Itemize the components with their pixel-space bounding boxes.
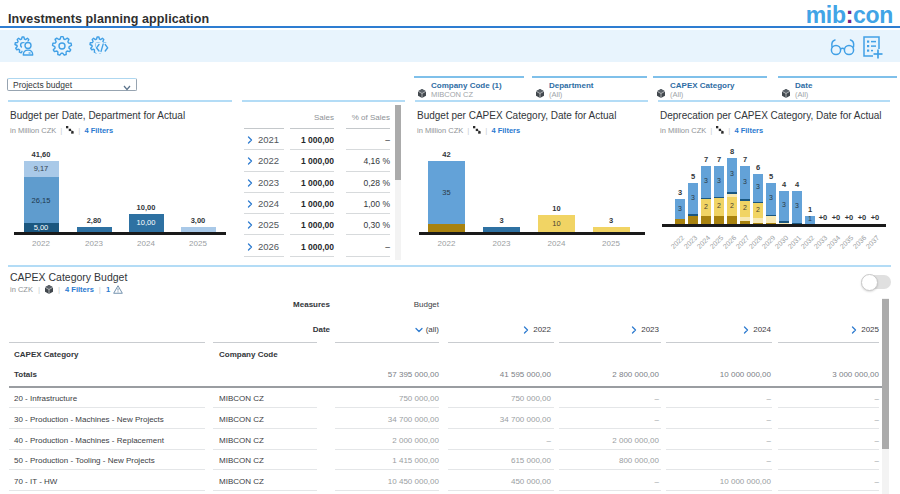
table-row[interactable]: 50 - Production - Tooling - New Projects…	[8, 449, 891, 470]
bar-segment[interactable]: 9,17	[24, 161, 59, 177]
bar-segment[interactable]	[779, 223, 789, 224]
sales-table-row[interactable]: 20221 000,004,16 %	[242, 150, 402, 171]
chevron-right-icon[interactable]	[246, 243, 254, 251]
sales-table-row[interactable]: 20251 000,000,30 %	[242, 214, 402, 235]
bar-segment[interactable]	[753, 218, 763, 223]
bar-segment[interactable]	[714, 216, 724, 224]
bar-segment[interactable]: 3	[675, 199, 685, 219]
bar-segment[interactable]: 26,15	[24, 177, 59, 223]
sales-cell: 1 000,00	[290, 129, 334, 150]
panel-capex-budget-table: CAPEX Category Budget in CZK | | 4 Filte…	[8, 265, 891, 494]
date-value-all[interactable]: (all)	[319, 325, 439, 334]
form-add-icon[interactable]	[861, 35, 885, 59]
bar-segment[interactable]	[77, 227, 112, 232]
filter-chip-department[interactable]: Department(All)	[532, 76, 647, 94]
bar-total-label: 10,00	[124, 203, 168, 212]
pct-cell: –	[346, 236, 390, 257]
table-row[interactable]: 20 - InfrastructureMIBCON CZ750 000,0075…	[8, 387, 891, 408]
bar-segment[interactable]	[766, 215, 776, 216]
bar-segment[interactable]	[701, 216, 711, 224]
filter-chip-capex-category[interactable]: CAPEX Category(All)	[653, 76, 767, 94]
bar-segment[interactable]: 3	[688, 183, 698, 215]
sales-cell: 1 000,00	[290, 193, 334, 214]
capex-category-cell: 30 - Production - Machines - New Project…	[14, 415, 164, 424]
bar-segment[interactable]	[727, 216, 737, 224]
bar-segment[interactable]	[181, 227, 216, 232]
sales-cell: 1 000,00	[290, 150, 334, 171]
table-row[interactable]: 30 - Production - Machines - New Project…	[8, 408, 891, 429]
view-selector-dropdown[interactable]: Projects budget	[7, 78, 137, 91]
developer-gear-icon[interactable]	[88, 34, 112, 58]
bar-segment[interactable]	[483, 227, 520, 232]
bar-segment[interactable]: 2	[727, 197, 737, 216]
bar-segment[interactable]: 2	[701, 199, 711, 216]
user-settings-gear-icon[interactable]	[13, 34, 37, 58]
bar-segment[interactable]	[714, 197, 724, 199]
bar-segment-label: 3	[688, 194, 698, 201]
bar-segment[interactable]: 35	[428, 161, 465, 223]
chevron-right-icon[interactable]	[246, 179, 254, 187]
bar-segment[interactable]	[753, 223, 763, 224]
table-toggle-switch[interactable]	[862, 275, 891, 289]
bar-segment[interactable]	[593, 227, 630, 232]
glasses-icon[interactable]	[829, 37, 853, 61]
company-code-cell: MIBCON CZ	[219, 415, 264, 424]
bar-segment[interactable]	[701, 198, 711, 199]
bar-segment[interactable]	[753, 202, 763, 204]
settings-gear-icon[interactable]	[50, 34, 74, 58]
bar-segment[interactable]	[428, 224, 465, 232]
year-column-header[interactable]: 2022	[431, 325, 551, 334]
bar-segment[interactable]: 10,00	[129, 214, 164, 232]
bar-segment[interactable]: 10	[538, 215, 575, 232]
totals-value: 3 000 000,00	[749, 370, 879, 379]
bar-segment[interactable]: 3	[714, 166, 724, 197]
separator: |	[58, 285, 60, 294]
bar-segment[interactable]	[727, 192, 737, 194]
scrollbar-thumb[interactable]	[395, 105, 401, 180]
chevron-right-icon[interactable]	[246, 221, 254, 229]
table-row[interactable]: 40 - Production - Machines - Replacement…	[8, 429, 891, 450]
warning-count[interactable]: 1	[106, 285, 110, 294]
bar-segment-label: 3	[766, 194, 776, 201]
bar-segment[interactable]	[727, 194, 737, 196]
capex-filters-link[interactable]: 4 Filters	[65, 285, 94, 294]
filter-chip-value: (All)	[795, 90, 808, 99]
bar-segment[interactable]: 2	[753, 203, 763, 218]
sales-table-row[interactable]: 20231 000,000,28 %	[242, 172, 402, 193]
chevron-right-icon[interactable]	[246, 136, 254, 144]
chevron-right-icon[interactable]	[246, 157, 254, 165]
bar-segment[interactable]	[792, 223, 802, 224]
chevron-right-icon[interactable]	[246, 200, 254, 208]
year-column-header[interactable]: 2025	[759, 325, 879, 334]
scrollbar-thumb[interactable]	[882, 299, 889, 449]
chevron-right-icon	[850, 326, 858, 334]
bar-segment[interactable]: 2	[714, 198, 724, 215]
sales-table-row[interactable]: 20241 000,001,00 %	[242, 193, 402, 214]
bar-segment[interactable]	[688, 216, 698, 224]
sales-table-row[interactable]: 20211 000,00–	[242, 129, 402, 150]
filter-chip-company-code[interactable]: Company Code (1)MIBCON CZ	[414, 76, 524, 94]
bar-segment[interactable]: 3	[701, 166, 711, 198]
bar-segment[interactable]: 2	[740, 201, 750, 217]
column-underline	[778, 342, 879, 343]
filter-chip-date[interactable]: Date(All)	[778, 76, 897, 94]
row-separator	[778, 490, 879, 491]
bar-segment[interactable]	[740, 199, 750, 201]
year-column-header[interactable]: 2024	[651, 325, 771, 334]
totals-value: 2 800 000,00	[529, 370, 659, 379]
bar-segment[interactable]	[766, 216, 776, 223]
bar-segment[interactable]	[779, 221, 789, 223]
bar-segment[interactable]	[688, 214, 698, 216]
bar-segment[interactable]	[675, 219, 685, 224]
separator: |	[38, 285, 40, 294]
year-column-header[interactable]: 2023	[539, 325, 659, 334]
bar-segment[interactable]: 5,00	[24, 223, 59, 232]
bar-total-label: 2,80	[72, 216, 116, 225]
sales-table-row[interactable]: 20261 000,00–	[242, 236, 402, 257]
table-row[interactable]: 70 - IT - HWMIBCON CZ10 450 000,00450 00…	[8, 470, 891, 491]
bar-segment[interactable]	[740, 221, 750, 224]
bar-total-label: 3,00	[176, 216, 220, 225]
toggle-knob	[861, 274, 878, 291]
bar-segment[interactable]	[766, 223, 776, 224]
bar-segment[interactable]	[740, 217, 750, 222]
